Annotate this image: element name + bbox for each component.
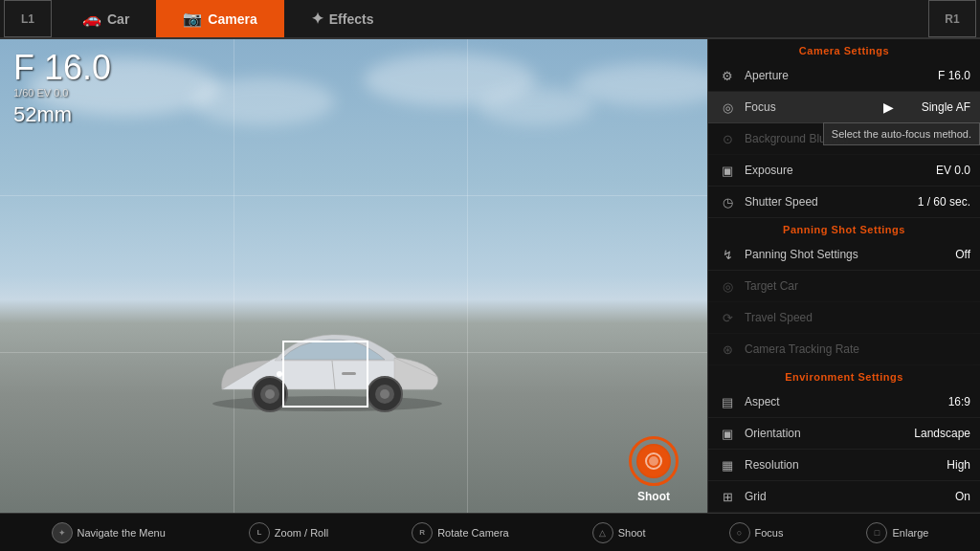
rotate-camera-action[interactable]: R Rotate Camera bbox=[412, 522, 509, 543]
aperture-row[interactable]: ⚙ Aperture F 16.0 bbox=[708, 60, 980, 92]
cursor-arrow: ▶ bbox=[883, 99, 894, 115]
navigate-menu-icon: ✦ bbox=[52, 522, 73, 543]
enlarge-action[interactable]: □ Enlarge bbox=[866, 522, 928, 543]
exposure-label: Exposure bbox=[745, 164, 936, 177]
focus-corner-tr bbox=[359, 341, 368, 350]
bottom-bar: ✦ Navigate the Menu L Zoom / Roll R Rota… bbox=[0, 513, 980, 551]
travel-speed-row: ⟳ Travel Speed bbox=[708, 302, 980, 334]
rotate-camera-label: Rotate Camera bbox=[437, 527, 509, 539]
orientation-row[interactable]: ▣ Orientation Landscape bbox=[708, 418, 980, 450]
navigate-menu-action[interactable]: ✦ Navigate the Menu bbox=[52, 522, 166, 543]
target-car-icon: ◎ bbox=[718, 276, 737, 296]
enlarge-action-label: Enlarge bbox=[892, 527, 928, 539]
camera-viewport: F 16.0 1/60 EV 0.0 52mm bbox=[0, 39, 707, 513]
focus-box bbox=[282, 341, 368, 408]
orientation-icon: ▣ bbox=[718, 424, 737, 443]
svg-point-7 bbox=[380, 389, 390, 399]
shoot-button-area: Shoot bbox=[629, 436, 679, 503]
camera-info-overlay: F 16.0 1/60 EV 0.0 52mm bbox=[13, 51, 111, 127]
shutter-value: 1 / 60 sec. bbox=[918, 195, 970, 209]
travel-speed-icon: ⟳ bbox=[718, 308, 737, 327]
orientation-label: Orientation bbox=[745, 427, 914, 440]
aperture-value: F 16.0 bbox=[938, 69, 970, 82]
tab-effects-label: Effects bbox=[329, 11, 374, 27]
panning-label: Panning Shot Settings bbox=[745, 248, 955, 261]
zoom-roll-icon: L bbox=[249, 522, 270, 543]
top-navigation: L1 🚗 Car 📷 Camera ✦ Effects R1 bbox=[0, 0, 980, 39]
focus-corner-tl bbox=[282, 341, 292, 350]
shutter-row[interactable]: ◷ Shutter Speed 1 / 60 sec. bbox=[708, 187, 980, 218]
focus-action-label: Focus bbox=[755, 527, 784, 539]
settings-panel: Camera Settings ⚙ Aperture F 16.0 ◎ Focu… bbox=[707, 39, 980, 513]
svg-point-4 bbox=[265, 389, 275, 399]
exposure-icon: ▣ bbox=[718, 161, 737, 180]
focus-value: Single AF bbox=[922, 100, 970, 114]
resolution-value: High bbox=[947, 458, 970, 472]
resolution-row[interactable]: ▦ Resolution High bbox=[708, 450, 980, 481]
exposure-row[interactable]: ▣ Exposure EV 0.0 bbox=[708, 155, 980, 187]
aspect-label: Aspect bbox=[745, 395, 948, 408]
shutter-icon: ◷ bbox=[718, 192, 737, 211]
shoot-button-icon bbox=[645, 452, 662, 470]
tab-camera[interactable]: 📷 Camera bbox=[156, 0, 283, 37]
shoot-label: Shoot bbox=[637, 490, 670, 503]
resolution-label: Resolution bbox=[745, 458, 947, 472]
shutter-label: Shutter Speed bbox=[745, 195, 918, 209]
panning-icon: ↯ bbox=[718, 245, 737, 264]
focus-dot bbox=[277, 371, 282, 377]
panning-row[interactable]: ↯ Panning Shot Settings Off bbox=[708, 239, 980, 271]
grid-row[interactable]: ⊞ Grid On bbox=[708, 481, 980, 513]
shoot-button-inner bbox=[636, 444, 671, 478]
focus-corner-bl bbox=[282, 398, 292, 408]
r1-button[interactable]: R1 bbox=[928, 0, 976, 37]
focus-action[interactable]: ○ Focus bbox=[729, 522, 784, 543]
shoot-action-icon: △ bbox=[592, 522, 613, 543]
enlarge-action-icon: □ bbox=[866, 522, 887, 543]
aperture-label: Aperture bbox=[745, 69, 938, 82]
tab-car[interactable]: 🚗 Car bbox=[56, 0, 156, 37]
focus-row[interactable]: ◎ Focus ▶ Single AF Select the auto-focu… bbox=[708, 92, 980, 123]
resolution-icon: ▦ bbox=[718, 455, 737, 474]
camera-settings-title: Camera Settings bbox=[708, 39, 980, 60]
grid-value: On bbox=[955, 490, 970, 503]
tracking-rate-row: ⊛ Camera Tracking Rate bbox=[708, 334, 980, 365]
shoot-button[interactable] bbox=[629, 436, 679, 486]
tab-camera-label: Camera bbox=[208, 11, 256, 27]
focus-action-icon: ○ bbox=[729, 522, 750, 543]
aperture-display: F 16.0 bbox=[13, 51, 111, 85]
rotate-camera-icon: R bbox=[412, 522, 433, 543]
exposure-display: 1/60 EV 0.0 bbox=[13, 87, 111, 99]
l1-button[interactable]: L1 bbox=[4, 0, 52, 37]
focus-tooltip: Select the auto-focus method. bbox=[823, 122, 980, 145]
grid-row-icon: ⊞ bbox=[718, 487, 737, 506]
zoom-roll-action[interactable]: L Zoom / Roll bbox=[249, 522, 328, 543]
navigate-menu-label: Navigate the Menu bbox=[78, 527, 166, 539]
aspect-value: 16:9 bbox=[948, 395, 970, 408]
panning-value: Off bbox=[955, 248, 970, 261]
effects-icon: ✦ bbox=[311, 10, 323, 28]
zoom-roll-label: Zoom / Roll bbox=[275, 527, 328, 539]
camera-icon: 📷 bbox=[183, 10, 202, 28]
target-car-label: Target Car bbox=[745, 279, 970, 293]
grid-label: Grid bbox=[745, 490, 955, 503]
focus-corner-br bbox=[359, 398, 368, 408]
focal-length-display: 52mm bbox=[13, 102, 111, 127]
aperture-icon: ⚙ bbox=[718, 66, 737, 85]
main-area: F 16.0 1/60 EV 0.0 52mm bbox=[0, 39, 980, 513]
tab-effects[interactable]: ✦ Effects bbox=[284, 0, 401, 37]
shoot-action-label: Shoot bbox=[618, 527, 646, 539]
target-car-row: ◎ Target Car bbox=[708, 271, 980, 302]
tab-car-label: Car bbox=[107, 11, 129, 27]
focus-row-label: Focus bbox=[745, 100, 922, 114]
aspect-row[interactable]: ▤ Aspect 16:9 bbox=[708, 386, 980, 418]
panning-settings-title: Panning Shot Settings bbox=[708, 218, 980, 239]
focus-row-icon: ◎ bbox=[718, 98, 737, 117]
aspect-icon: ▤ bbox=[718, 392, 737, 411]
shoot-action[interactable]: △ Shoot bbox=[592, 522, 646, 543]
exposure-value: EV 0.0 bbox=[936, 164, 970, 177]
car-icon: 🚗 bbox=[82, 10, 101, 28]
travel-speed-label: Travel Speed bbox=[745, 311, 970, 324]
bg-blur-icon: ⊙ bbox=[718, 129, 737, 148]
tracking-rate-label: Camera Tracking Rate bbox=[745, 342, 970, 356]
orientation-value: Landscape bbox=[914, 427, 970, 440]
